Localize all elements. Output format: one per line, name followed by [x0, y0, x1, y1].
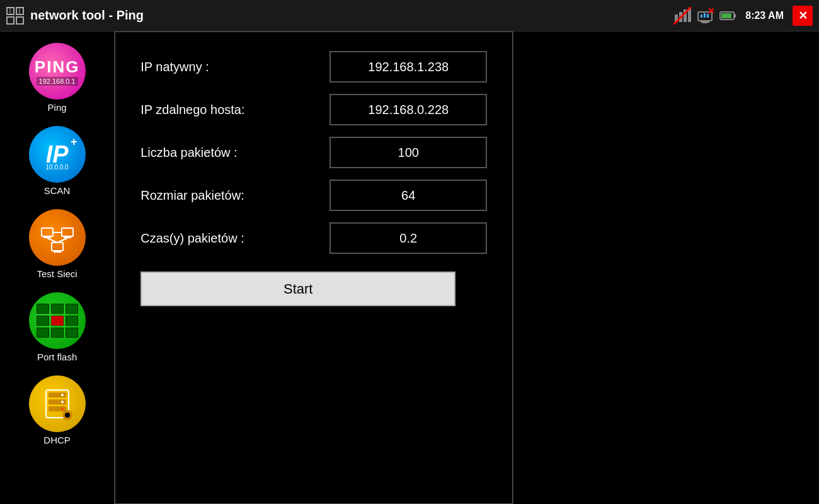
ip-natywny-input[interactable] — [329, 51, 487, 83]
svg-rect-2 — [7, 17, 14, 24]
svg-rect-24 — [62, 228, 73, 236]
rozmiar-pakietow-label: Rozmiar pakietów: — [140, 188, 317, 203]
svg-rect-20 — [734, 14, 736, 18]
sidebar-item-ping[interactable]: PING 192.168.0.1 Ping — [0, 38, 114, 118]
ping-label: Ping — [48, 102, 67, 113]
svg-rect-15 — [704, 13, 706, 18]
ip-natywny-row: IP natywny : — [140, 51, 487, 83]
test-sieci-icon — [29, 209, 86, 266]
sidebar-item-scan[interactable]: IP + 10.0.0.0 SCAN — [0, 121, 114, 201]
ip-zdalnego-label: IP zdalnego hosta: — [140, 103, 317, 117]
sidebar: PING 192.168.0.1 Ping IP + 10.0.0.0 SCAN — [0, 32, 115, 504]
dhcp-label: DHCP — [43, 435, 71, 445]
svg-point-37 — [61, 408, 64, 410]
svg-rect-22 — [42, 228, 53, 236]
svg-rect-23 — [43, 236, 51, 238]
app-icon — [6, 7, 24, 25]
svg-rect-14 — [701, 14, 702, 18]
sidebar-item-test-sieci[interactable]: Test Sieci — [0, 204, 114, 284]
svg-rect-42 — [62, 414, 65, 416]
svg-rect-43 — [70, 414, 72, 416]
ip-zdalnego-input[interactable] — [329, 94, 487, 125]
ip-zdalnego-row: IP zdalnego hosta: — [140, 94, 487, 125]
svg-line-29 — [47, 238, 57, 243]
svg-point-35 — [61, 394, 64, 396]
svg-rect-40 — [66, 410, 69, 413]
main-area: PING 192.168.0.1 Ping IP + 10.0.0.0 SCAN — [0, 32, 819, 504]
close-button[interactable]: ✕ — [793, 6, 813, 26]
svg-line-30 — [57, 238, 67, 243]
title-bar-right: 8:23 AM ✕ — [673, 6, 813, 26]
title-bar-left: network tool - Ping — [6, 7, 673, 25]
start-button[interactable]: Start — [140, 272, 455, 306]
sidebar-item-port-flash[interactable]: Port flash — [0, 287, 114, 367]
czas-pakietow-input[interactable] — [329, 222, 487, 254]
battery-icon — [719, 7, 736, 25]
network-icon — [696, 7, 714, 25]
right-panel — [513, 32, 819, 504]
no-signal-icon — [673, 7, 691, 25]
title-bar: network tool - Ping — [0, 0, 819, 32]
port-flash-label: Port flash — [37, 352, 77, 362]
content-area: IP natywny : IP zdalnego hosta: Liczba p… — [115, 32, 513, 504]
window-title: network tool - Ping — [30, 8, 144, 23]
svg-rect-16 — [707, 14, 709, 18]
svg-rect-21 — [721, 13, 731, 18]
rozmiar-pakietow-input[interactable] — [329, 180, 487, 211]
czas-pakietow-row: Czas(y) pakietów : — [140, 222, 487, 254]
scan-icon: IP + 10.0.0.0 — [29, 126, 86, 183]
svg-point-39 — [65, 413, 70, 418]
svg-rect-26 — [52, 243, 63, 251]
svg-rect-25 — [64, 236, 71, 238]
scan-label: SCAN — [44, 185, 71, 196]
liczba-pakietow-label: Liczba pakietów : — [140, 146, 317, 160]
dhcp-icon — [29, 375, 86, 432]
rozmiar-pakietow-row: Rozmiar pakietów: — [140, 180, 487, 211]
clock: 8:23 AM — [745, 10, 784, 21]
liczba-pakietow-input[interactable] — [329, 137, 487, 168]
liczba-pakietow-row: Liczba pakietów : — [140, 137, 487, 168]
ping-icon: PING 192.168.0.1 — [29, 43, 86, 100]
svg-rect-41 — [66, 418, 69, 420]
czas-pakietow-label: Czas(y) pakietów : — [140, 231, 317, 246]
start-row: Start — [140, 265, 487, 306]
svg-rect-27 — [54, 251, 61, 253]
svg-rect-3 — [16, 17, 23, 24]
ip-natywny-label: IP natywny : — [140, 60, 317, 74]
port-flash-icon — [29, 292, 86, 349]
test-sieci-label: Test Sieci — [37, 268, 77, 279]
svg-point-36 — [61, 401, 64, 403]
sidebar-item-dhcp[interactable]: DHCP — [0, 370, 114, 450]
